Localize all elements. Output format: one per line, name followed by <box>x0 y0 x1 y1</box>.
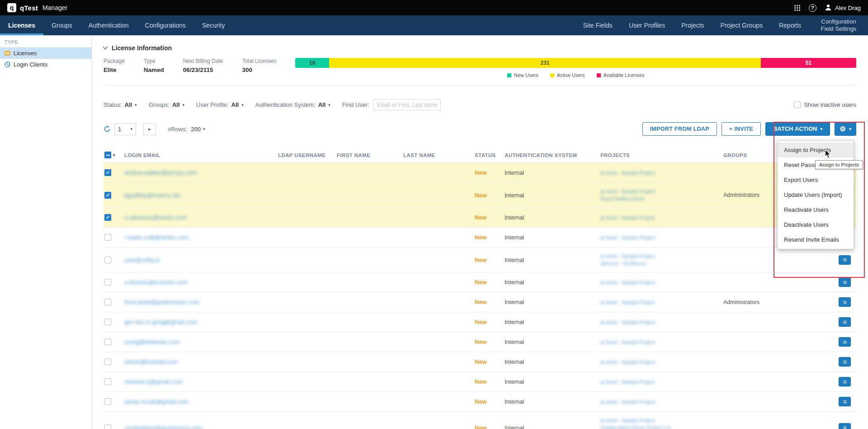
project-link[interactable]: pr-lined - Sample Project <box>600 319 720 326</box>
project-link[interactable]: pr-lined - Sample Project <box>600 338 720 346</box>
section-title: License Information <box>112 44 172 52</box>
table-header: LOGIN EMAILLDAP USERNAMEFIRST NAMELAST N… <box>104 148 856 163</box>
project-link[interactable]: pr-lined - Sample Project <box>600 398 720 405</box>
nav-tab-project-groups[interactable]: Project Groups <box>712 15 771 35</box>
login-email-link[interactable]: bgodfrey@invens.net <box>124 192 278 199</box>
login-email-link[interactable]: jsong@betamax.com <box>124 338 278 345</box>
project-link[interactable]: pr-lined - Sample Project <box>600 169 720 176</box>
nav-tab-security[interactable]: Security <box>194 15 233 35</box>
row-checkbox[interactable] <box>104 192 111 199</box>
login-email-link[interactable]: june@softq.io <box>124 257 278 263</box>
row-checkbox[interactable] <box>104 358 111 365</box>
row-actions-button[interactable] <box>839 277 851 287</box>
login-email-link[interactable]: gen.lee.m.goog@gmail.com <box>124 319 278 325</box>
license-information-header[interactable]: License Information <box>104 35 856 52</box>
selection-menu-caret[interactable] <box>113 153 115 157</box>
chevron-down-icon <box>241 103 244 107</box>
row-checkbox[interactable] <box>104 424 111 429</box>
menu-item-resend-invite-emails[interactable]: Resend Invite Emails <box>778 232 854 247</box>
project-link[interactable]: pr-lined - Sample Project <box>600 234 720 241</box>
row-actions-button[interactable] <box>839 357 851 367</box>
menu-item-reactivate-users[interactable]: Reactivate Users <box>778 202 854 217</box>
nav-tab-user-profiles[interactable]: User Profiles <box>621 15 673 35</box>
show-inactive-checkbox[interactable] <box>794 101 801 108</box>
project-link[interactable]: pr-lined - Sample Project <box>600 214 720 221</box>
row-actions-button[interactable] <box>839 377 851 386</box>
project-link[interactable]: add-ons - 18 Marcus <box>600 260 720 267</box>
nav-tab-authentication[interactable]: Authentication <box>80 15 137 35</box>
next-page-button[interactable] <box>143 123 156 135</box>
select-all-checkbox[interactable] <box>104 152 111 158</box>
project-link[interactable]: pr-lined - Sample Project <box>600 253 720 260</box>
row-actions-button[interactable] <box>839 255 851 265</box>
nav-tab-reports[interactable]: Reports <box>771 15 809 35</box>
import-from-ldap-button[interactable]: IMPORT FROM LDAP <box>642 122 717 136</box>
menu-item-assign-to-projects[interactable]: Assign to Projects <box>778 143 854 157</box>
sidebar-item-licenses[interactable]: Licenses <box>0 48 91 59</box>
menu-item-export-users[interactable]: Export Users <box>778 172 854 187</box>
menu-item-update-users-import[interactable]: Update Users (Import) <box>778 187 854 202</box>
row-actions-button[interactable] <box>839 397 851 406</box>
login-email-link[interactable]: front.desk@peakstream.com <box>124 299 278 305</box>
page-select[interactable]: 1 <box>114 123 136 135</box>
project-link[interactable]: Road Grafton Demo <box>600 195 720 202</box>
row-checkbox[interactable] <box>104 319 111 325</box>
project-link[interactable]: pr-lined - Sample Project <box>600 358 720 366</box>
nav-tab-licenses[interactable]: Licenses <box>0 15 43 35</box>
nav-tab-configuration-field-settings[interactable]: Configuration Field Settings <box>809 15 868 35</box>
project-link[interactable]: pr-lined - Sample Project <box>600 279 720 286</box>
filter-user-profile[interactable]: User Profile:All <box>196 101 244 108</box>
menu-item-deactivate-users[interactable]: Deactivate Users <box>778 217 854 232</box>
table-row: a.thomas@q-works.comNewInternalpr-lined … <box>104 272 856 292</box>
filter-groups[interactable]: Groups:All <box>149 101 184 108</box>
login-email-link[interactable]: somewhere@quantumsq.com <box>124 424 278 429</box>
row-actions-button[interactable] <box>839 423 851 429</box>
find-user-input[interactable] <box>373 99 441 110</box>
nav-tab-site-fields[interactable]: Site Fields <box>575 15 621 35</box>
invite-button[interactable]: + INVITE <box>722 122 761 136</box>
row-checkbox[interactable] <box>104 257 111 263</box>
filter-authentication-system[interactable]: Authentication System:All <box>255 101 330 108</box>
row-checkbox[interactable] <box>104 234 111 241</box>
row-checkbox[interactable] <box>104 279 111 286</box>
user-menu[interactable]: Alex Drag <box>825 4 861 12</box>
refresh-icon[interactable] <box>104 125 111 133</box>
row-checkbox[interactable] <box>104 299 111 305</box>
sidebar-item-login-clients[interactable]: Login Clients <box>0 59 91 70</box>
login-email-link[interactable]: andrea.walker@qmsys.com <box>124 169 278 176</box>
login-email-link[interactable]: a.thomas@q-works.com <box>124 279 278 286</box>
nav-tab-projects[interactable]: Projects <box>673 15 712 35</box>
legend-swatch <box>550 73 554 77</box>
filter-status[interactable]: Status:All <box>104 101 137 108</box>
project-link[interactable]: pr-lined - Sample Project <box>600 299 720 306</box>
rows-per-page-select[interactable]: 200 <box>191 126 205 133</box>
apps-grid-icon[interactable] <box>794 5 801 11</box>
show-inactive-users[interactable]: Show inactive users <box>794 101 856 108</box>
login-email-link[interactable]: c.calverton@works.com <box>124 214 278 221</box>
column-header-login-email: LOGIN EMAIL <box>124 153 278 158</box>
row-checkbox[interactable] <box>104 378 111 385</box>
batch-action-button[interactable]: BATCH ACTION <box>765 122 830 136</box>
groups-cell <box>723 428 823 428</box>
project-link[interactable]: Holiday Alpha Demo Project 2.0 <box>600 424 720 429</box>
help-icon[interactable] <box>809 4 816 12</box>
row-actions-button[interactable] <box>839 317 851 327</box>
nav-tab-configurations[interactable]: Configurations <box>137 15 194 35</box>
row-checkbox[interactable] <box>104 398 111 405</box>
row-actions-button[interactable] <box>839 297 851 307</box>
project-link[interactable]: pr-lined - Sample Project <box>600 417 720 424</box>
row-actions-button[interactable] <box>839 337 851 347</box>
project-link[interactable]: pr-lined - Sample Project <box>600 188 720 195</box>
settings-gear-button[interactable] <box>835 122 856 136</box>
row-checkbox[interactable] <box>104 169 111 176</box>
login-email-link[interactable]: r.wade.craft@writes.com <box>124 234 278 241</box>
chevron-down-icon <box>203 127 205 131</box>
login-email-link[interactable]: paula.novak@gmail.com <box>124 398 278 405</box>
login-email-link[interactable]: melanie.b@qmail.com <box>124 378 278 385</box>
login-email-link[interactable]: johnm@hotmail.com <box>124 358 278 365</box>
row-checkbox[interactable] <box>104 214 111 221</box>
page-layout: TYPE LicensesLogin Clients License Infor… <box>0 35 868 429</box>
row-checkbox[interactable] <box>104 338 111 345</box>
project-link[interactable]: pr-lined - Sample Project <box>600 378 720 386</box>
nav-tab-groups[interactable]: Groups <box>43 15 80 35</box>
